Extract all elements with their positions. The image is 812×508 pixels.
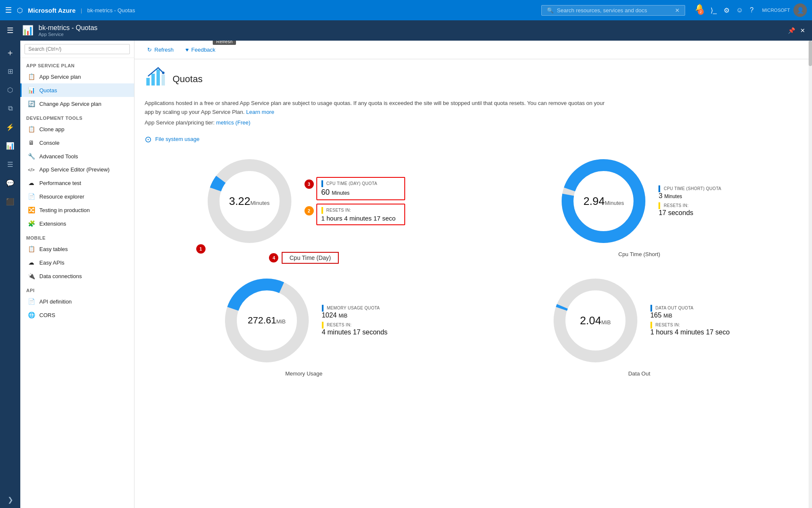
icon-rail-dashboard[interactable]: ⊞: [2, 63, 19, 80]
pin-icon[interactable]: 📌: [788, 27, 795, 34]
donut-center-cpu-short: 2.94Minutes: [583, 194, 624, 207]
nav-label-app-service-plan: App Service plan: [39, 74, 81, 80]
section-label-mobile: MOBILE: [20, 230, 134, 242]
icon-rail-blocks[interactable]: ⬛: [2, 193, 19, 210]
nav-item-easy-apis[interactable]: ☁ Easy APIs: [20, 256, 134, 269]
nav-label-change-plan: Change App Service plan: [39, 101, 102, 107]
chart-info-cpu-day: 3 CPU TIME (DAY) QUOTA 60 Minutes: [304, 177, 405, 225]
resets-value-data-out: 1 hours 4 minutes 17 seco: [650, 329, 730, 336]
breadcrumb: bk-metrics - Quotas: [87, 7, 135, 14]
resets-value-cpu-day: 1 hours 4 minutes 17 seco: [321, 215, 400, 222]
quota-value-cpu-day: 60 Minutes: [321, 188, 400, 197]
hamburger-menu[interactable]: ☰: [5, 6, 12, 15]
content-area: ↻ Refresh ♥ Feedback Refresh: [134, 41, 809, 508]
nav-item-console[interactable]: 🖥 Console: [20, 136, 134, 149]
quota-row: 3 CPU TIME (DAY) QUOTA 60 Minutes: [304, 177, 405, 200]
icon-rail-layers[interactable]: ☰: [2, 156, 19, 173]
main-scrollbar[interactable]: [809, 41, 812, 508]
content-scroll[interactable]: Quotas Applications hosted in a free or …: [134, 59, 809, 508]
notifications-icon[interactable]: 🔔 2: [695, 3, 704, 17]
close-icon[interactable]: ✕: [800, 27, 805, 34]
nav-item-easy-tables[interactable]: 📋 Easy tables: [20, 242, 134, 256]
nav-label-console: Console: [39, 140, 60, 146]
user-section[interactable]: MICROSOFT 👤: [762, 3, 807, 17]
help-icon[interactable]: ?: [750, 6, 754, 14]
nav-label-data-connections: Data connections: [39, 273, 82, 279]
nav-item-testing-in-production[interactable]: 🔀 Testing in production: [20, 203, 134, 217]
nav-item-app-service-plan[interactable]: 📋 App Service plan: [20, 70, 134, 83]
icon-rail-monitor[interactable]: 📊: [2, 137, 19, 154]
nav-item-extensions[interactable]: 🧩 Extensions: [20, 217, 134, 230]
nav-icon-cors: 🌐: [27, 312, 35, 318]
donut-value-cpu-day: 3.22: [229, 194, 250, 207]
nav-item-app-service-editor[interactable]: </> App Service Editor (Preview): [20, 163, 134, 176]
resets-label-data-out: RESETS IN:: [650, 322, 730, 329]
smiley-icon[interactable]: ☺: [736, 6, 743, 14]
plan-link[interactable]: metrics (Free): [216, 119, 250, 126]
resets-color-bar-short: [658, 202, 660, 209]
resource-bar: ☰ 📊 bk-metrics - Quotas App Service 📌 ✕: [0, 20, 812, 41]
nav-search-input[interactable]: [25, 44, 130, 54]
section-label-app-service-plan: APP SERVICE PLAN: [20, 58, 134, 70]
resets-label-cpu-short: RESETS IN:: [658, 202, 721, 209]
nav-icon-change-plan: 🔄: [27, 100, 35, 107]
resets-row: 2 RESETS IN: 1 hours 4 minutes 17 seco: [304, 204, 405, 225]
cloud-shell-icon[interactable]: ⟩_: [710, 6, 717, 14]
quota-value-memory: 1024 MiB: [322, 312, 388, 319]
refresh-label: Refresh: [154, 47, 174, 53]
search-input[interactable]: [557, 7, 671, 14]
resource-title-group: bk-metrics - Quotas App Service: [38, 24, 98, 37]
nav-icon-extensions: 🧩: [27, 220, 35, 227]
learn-more-link[interactable]: Learn more: [246, 109, 274, 115]
info-inline-cpu-short: CPU TIME (SHORT) QUOTA 3 Minutes RESETS …: [658, 185, 721, 217]
icon-rail-resources[interactable]: ⬡: [2, 81, 19, 98]
sidebar-toggle[interactable]: ☰: [7, 26, 14, 35]
scrollbar-thumb[interactable]: [809, 41, 812, 66]
resource-bar-actions: 📌 ✕: [788, 27, 805, 34]
refresh-button[interactable]: ↻ Refresh: [141, 44, 180, 55]
resets-item-cpu-short: RESETS IN: 17 seconds: [658, 202, 721, 217]
nav-item-resource-explorer[interactable]: 📄 Resource explorer: [20, 190, 134, 203]
nav-icon-easy-apis: ☁: [27, 259, 35, 266]
quotas-title: Quotas: [173, 74, 203, 85]
nav-icon-data-connections: 🔌: [27, 273, 35, 279]
quota-value-cpu-short: 3 Minutes: [658, 192, 721, 200]
badge-3: 3: [304, 179, 314, 189]
nav-item-clone-app[interactable]: 📋 Clone app: [20, 122, 134, 136]
feedback-icon: ♥: [186, 47, 189, 53]
nav-icon-api-definition: 📄: [27, 298, 35, 305]
nav-label-app-service-editor: App Service Editor (Preview): [39, 166, 110, 173]
info-inline-data-out: DATA OUT QUOTA 165 MiB RESETS IN:: [650, 305, 730, 336]
search-close-icon[interactable]: ✕: [675, 7, 680, 14]
nav-item-data-connections[interactable]: 🔌 Data connections: [20, 269, 134, 283]
badge-4: 4: [269, 253, 278, 262]
svg-rect-2: [156, 69, 160, 86]
nav-icon-app-service-editor: </>: [27, 167, 35, 172]
resets-color-bar: [321, 207, 323, 214]
user-avatar[interactable]: 👤: [793, 3, 807, 17]
search-bar[interactable]: 🔍 ✕: [541, 5, 685, 16]
quota-color-bar-data-out: [650, 305, 652, 312]
nav-item-advanced-tools[interactable]: 🔧 Advanced Tools: [20, 149, 134, 163]
nav-item-quotas[interactable]: 📊 Quotas: [20, 83, 134, 97]
settings-icon[interactable]: ⚙: [724, 6, 730, 14]
section-api: API 📄 API definition 🌐 CORS: [20, 283, 134, 322]
resets-color-bar-memory: [322, 322, 324, 329]
resource-subtitle: App Service: [38, 32, 98, 37]
file-system-link[interactable]: ⊙ File system usage: [145, 134, 798, 144]
icon-rail-chat[interactable]: 💬: [2, 174, 19, 191]
icon-rail-add[interactable]: ＋: [2, 44, 19, 61]
donut-unit-data-out: MiB: [601, 319, 611, 325]
feedback-button[interactable]: ♥ Feedback: [180, 44, 222, 55]
nav-item-cors[interactable]: 🌐 CORS: [20, 308, 134, 322]
search-icon: 🔍: [547, 7, 554, 14]
nav-item-change-app-service-plan[interactable]: 🔄 Change App Service plan: [20, 97, 134, 110]
nav-item-performance-test[interactable]: ☁ Performance test: [20, 176, 134, 190]
section-mobile: MOBILE 📋 Easy tables ☁ Easy APIs 🔌 Data …: [20, 230, 134, 283]
icon-rail-chevron[interactable]: ❯: [2, 491, 19, 508]
nav-item-api-definition[interactable]: 📄 API definition: [20, 295, 134, 308]
resets-item-memory: RESETS IN: 4 minutes 17 seconds: [322, 322, 388, 336]
chart-row-cpu-short: 2.94Minutes CPU TIME (SHORT) QUOTA 3 M: [557, 155, 721, 248]
icon-rail-lightning[interactable]: ⚡: [2, 119, 19, 135]
icon-rail-extensions[interactable]: ⧉: [2, 100, 19, 117]
